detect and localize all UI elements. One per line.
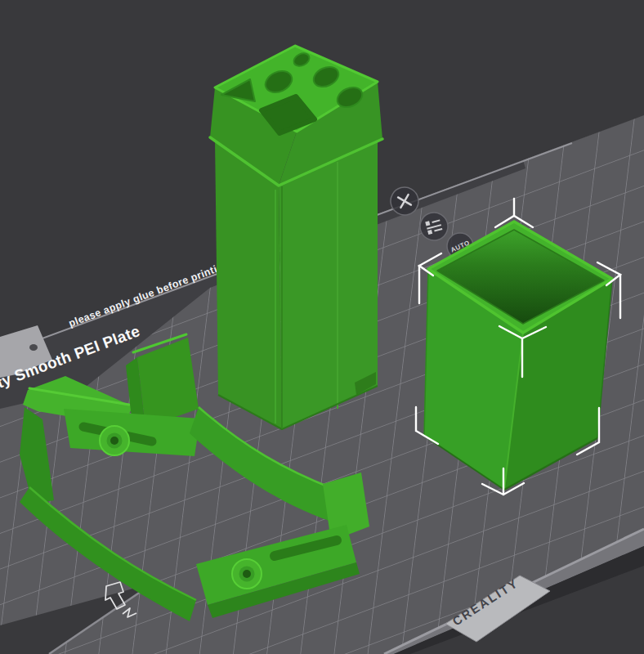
model-tool-holder-tower[interactable] bbox=[210, 46, 382, 429]
plate-corner-tab-hole bbox=[29, 344, 38, 351]
build-plate-scene: please apply glue before printing Creali… bbox=[0, 0, 644, 654]
slicer-3d-viewport[interactable]: please apply glue before printing Creali… bbox=[0, 0, 644, 654]
